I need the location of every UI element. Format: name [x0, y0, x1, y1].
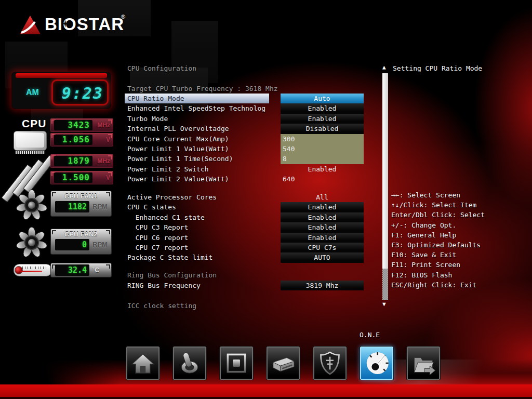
setting-row[interactable]: CPU C7 report CPU C7s [125, 243, 369, 252]
setting-label: CPU Core Current Max(Amp) [127, 134, 229, 144]
clock-red-bar [16, 73, 107, 78]
setting-label: CPU C7 report [127, 243, 188, 252]
temperature-value: 32.4 [55, 264, 89, 276]
memory-voltage-display: 1.500 V [50, 171, 113, 184]
hotkey-help-line: F1: General Help [391, 230, 528, 240]
cpu-voltage-unit: V [106, 136, 110, 143]
setting-value: Enabled [281, 212, 364, 222]
setting-row[interactable]: CPU C3 Report Enabled [125, 222, 369, 232]
memory-frequency-display: 1879 MHz [50, 154, 113, 168]
setting-row[interactable]: CPU C6 report Enabled [125, 233, 369, 243]
nav-overclock-one-button[interactable] [360, 347, 393, 380]
fan2-icon [16, 227, 48, 259]
setting-row[interactable]: CPU Core Current Max(Amp) 300 [125, 134, 369, 144]
settings-panel: CPU Configuration Target CPU Turbo Frequ… [125, 0, 369, 322]
setting-row[interactable]: Enhanced C1 state Enabled [125, 212, 369, 222]
cpu-frequency-unit: MHz [97, 122, 110, 129]
setting-value: Enabled [281, 103, 364, 113]
memory-voltage-unit: V [106, 174, 110, 181]
setting-label: Package C State limit [127, 252, 212, 262]
bottom-navigation [126, 347, 440, 380]
clock-widget: AM 8:88 9:23 [11, 72, 111, 109]
scroll-up-arrow[interactable]: ▲ [382, 64, 386, 70]
nav-boot-button[interactable] [267, 347, 300, 380]
cpu-frequency-value: 3423 [54, 120, 92, 130]
settings-group-2: Active Processor Cores All CPU C states … [125, 192, 369, 263]
setting-label: CPU Ratio Mode [125, 94, 269, 103]
fan1-label: CPU FAN1 [51, 193, 111, 200]
shield-icon [315, 349, 344, 378]
settings-group-ring: RING Bus Frequency 3819 Mhz [125, 281, 369, 290]
chip-inner [16, 133, 44, 148]
nav-advanced-button[interactable] [173, 347, 206, 380]
setting-row[interactable]: CPU C states Enabled [125, 202, 369, 212]
clock-time: 9:23 [62, 84, 103, 102]
temperature-unit: ˚C [92, 266, 100, 274]
setting-value: Disabled [281, 124, 364, 134]
temperature-panel: 32.4 ˚C [50, 263, 112, 277]
setting-row[interactable]: Power Limit 1 Value(Watt) 540 [125, 144, 369, 154]
setting-value: 640 [281, 174, 364, 184]
scrollbar-thumb[interactable] [382, 73, 388, 269]
fan2-rpm-unit: RPM [92, 241, 108, 248]
setting-value: Enabled [281, 222, 364, 232]
setting-label: RING Bus Frequency [127, 281, 201, 290]
setting-label: Turbo Mode [127, 114, 168, 124]
hotkey-help-line: +/-: Change Opt. [391, 220, 528, 230]
folder-exit-icon [409, 349, 438, 378]
scroll-down-arrow[interactable]: ▼ [382, 301, 386, 307]
setting-label: Enhanced Intel SpeedStep Technolog [127, 103, 265, 113]
setting-row[interactable]: Turbo Mode Enabled [125, 114, 369, 124]
fan1-icon [16, 189, 48, 221]
hotkey-help-line: F11: Print Screen [391, 260, 528, 270]
cpu-section-label: CPU [22, 117, 46, 130]
cpu-voltage-value: 1.056 [54, 135, 92, 145]
setting-row[interactable]: Internal PLL Overvoltadge Disabled [125, 124, 369, 134]
scrollbar-track[interactable] [382, 269, 388, 300]
setting-row[interactable]: Enhanced Intel SpeedStep Technolog Enabl… [125, 103, 369, 113]
setting-label: Power Limit 2 Switch [127, 164, 209, 174]
setting-value: 300 [281, 134, 364, 144]
setting-value: 8 [281, 154, 364, 164]
nav-exit-button[interactable] [407, 347, 440, 380]
memory-frequency-unit: MHz [97, 157, 110, 165]
cpu-chip-icon [14, 131, 47, 151]
ring-bus-header: Ring Bus Configuration [127, 271, 217, 279]
help-title: Setting CPU Ratio Mode [393, 64, 482, 72]
chipset-icon [222, 349, 251, 378]
setting-row[interactable]: Active Processor Cores All [125, 192, 369, 202]
fan2-panel: CPU FAN2 0 RPM [50, 229, 112, 255]
setting-value: Enabled [281, 164, 364, 174]
setting-value: AUTO [281, 252, 364, 262]
cpu-frequency-display: 3423 MHz [50, 118, 113, 132]
nav-chipset-button[interactable] [220, 347, 253, 380]
home-icon [128, 349, 157, 378]
setting-label: CPU C3 Report [127, 222, 188, 232]
nav-security-button[interactable] [313, 347, 347, 380]
setting-row[interactable]: RING Bus Frequency 3819 Mhz [125, 281, 369, 290]
memory-voltage-value: 1.500 [54, 172, 92, 183]
setting-label: Power Limit 1 Time(Second) [127, 154, 233, 164]
settings-group-1: CPU Ratio Mode Auto Enhanced Intel Speed… [125, 94, 369, 184]
setting-row[interactable]: Power Limit 2 Value(Watt) 640 [125, 174, 369, 184]
icc-clock-header: ICC clock setting [127, 302, 196, 310]
setting-row[interactable]: Power Limit 1 Time(Second) 8 [125, 154, 369, 164]
setting-label: Enhanced C1 state [127, 212, 205, 222]
bios-screen: BIOSTAR ® AM 8:88 9:23 CPU 3423 MHz 1.05… [0, 0, 532, 399]
setting-value: Enabled [281, 114, 364, 124]
memory-frequency-value: 1879 [54, 156, 92, 166]
hotkey-help-line: F10: Save & Exit [391, 250, 528, 260]
setting-row[interactable]: CPU Ratio Mode Auto [125, 94, 369, 103]
toggle-switch-icon [175, 349, 204, 378]
speedometer-icon [362, 349, 391, 378]
turbo-frequency-info: Target CPU Turbo Frequency : 3618 Mhz [127, 85, 278, 92]
fan1-rpm-unit: RPM [92, 203, 108, 210]
thermometer-bulb [15, 266, 23, 274]
setting-value: Auto [281, 94, 364, 103]
one-menu-label: O.N.E [360, 331, 380, 339]
setting-row[interactable]: Package C State limit AUTO [125, 252, 369, 262]
setting-label: Power Limit 2 Value(Watt) [127, 174, 229, 184]
nav-home-button[interactable] [126, 347, 159, 380]
setting-value: All [281, 192, 364, 202]
setting-row[interactable]: Power Limit 2 Switch Enabled [125, 164, 369, 174]
